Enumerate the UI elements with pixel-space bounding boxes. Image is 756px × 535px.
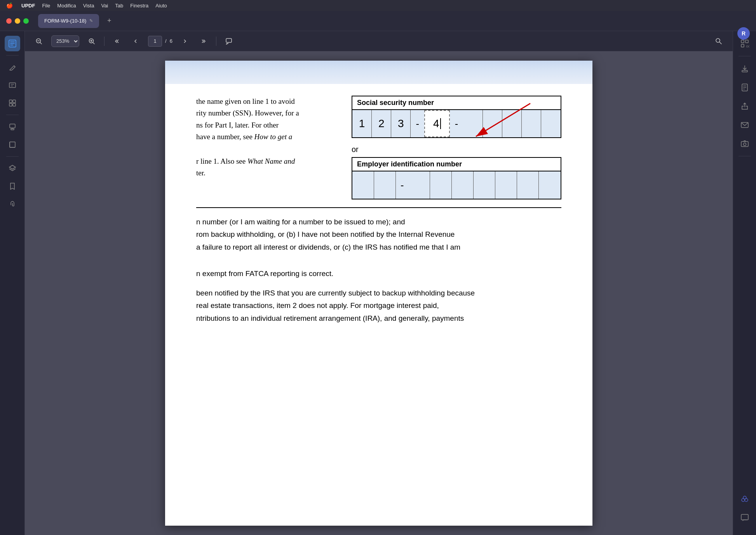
svg-rect-11 xyxy=(10,124,15,128)
tab-form-w9[interactable]: FORM-W9-(10-18) ✎ xyxy=(38,14,99,28)
search-button[interactable] xyxy=(712,35,725,47)
ssn-boxes: 1 2 3 - 4 - xyxy=(352,110,561,138)
minimize-button[interactable] xyxy=(15,18,20,24)
or-text: or xyxy=(352,142,561,157)
page-sep: / xyxy=(165,38,167,44)
body-line-1: n number (or I am waiting for a number t… xyxy=(196,216,561,228)
svg-text:OCR: OCR xyxy=(746,45,749,48)
menu-modifica[interactable]: Modifica xyxy=(57,3,76,9)
body-line-5: been notified by the IRS that you are cu… xyxy=(196,287,561,299)
ssn-d9 xyxy=(541,110,561,137)
right-camera-icon[interactable] xyxy=(737,136,753,151)
right-chat-icon[interactable] xyxy=(737,510,753,526)
sidebar-icon-layers[interactable] xyxy=(5,161,20,176)
ein-d5 xyxy=(452,171,474,199)
svg-marker-17 xyxy=(9,165,16,169)
page-prev-button[interactable] xyxy=(129,35,142,47)
sidebar-icon-annotate[interactable] xyxy=(5,59,20,75)
zoom-out-button[interactable] xyxy=(33,35,45,47)
right-export-icon[interactable] xyxy=(737,61,753,77)
comment-button[interactable] xyxy=(223,35,235,47)
svg-point-41 xyxy=(743,143,746,146)
svg-rect-30 xyxy=(741,40,744,43)
toolbar-sep-2 xyxy=(216,37,216,46)
svg-rect-1 xyxy=(10,42,15,42)
close-button[interactable] xyxy=(6,18,12,24)
page-first-button[interactable] xyxy=(111,35,123,47)
svg-rect-34 xyxy=(742,70,747,72)
menu-updf[interactable]: UPDF xyxy=(21,3,35,9)
ssn-sep2: - xyxy=(450,119,463,129)
page-number-input[interactable] xyxy=(148,36,162,47)
new-tab-button[interactable]: + xyxy=(104,16,115,26)
right-page-icon[interactable] xyxy=(737,80,753,95)
ein-d7 xyxy=(495,171,517,199)
svg-rect-12 xyxy=(11,129,14,130)
pdf-line-4b: How to get a xyxy=(254,133,293,141)
right-share-icon[interactable] xyxy=(737,98,753,114)
pdf-container[interactable]: the name given on line 1 to avoid rity n… xyxy=(25,51,733,535)
ein-d1 xyxy=(352,171,374,199)
sidebar-icon-crop[interactable] xyxy=(5,137,20,152)
menu-file[interactable]: File xyxy=(42,3,50,9)
right-clover-icon[interactable] xyxy=(737,491,753,507)
sidebar-sep-2 xyxy=(6,115,19,115)
page-next-button[interactable] xyxy=(179,35,191,47)
sidebar-icon-bookmark[interactable] xyxy=(5,178,20,194)
svg-rect-45 xyxy=(741,514,748,520)
sidebar-icon-edit[interactable] xyxy=(5,77,20,93)
body-line-3: a failure to report all interest or divi… xyxy=(196,241,561,254)
sidebar-icon-organize[interactable] xyxy=(5,95,20,111)
sidebar-icon-stamp[interactable] xyxy=(5,119,20,135)
left-col-text: the name given on line 1 to avoid rity n… xyxy=(196,96,352,199)
menu-aiuto[interactable]: Aiuto xyxy=(155,3,167,9)
traffic-lights xyxy=(6,18,29,24)
ein-boxes: - xyxy=(352,171,561,199)
sidebar-sep-3 xyxy=(6,156,19,157)
toolbar-sep-1 xyxy=(104,37,105,46)
pdf-form-section: the name given on line 1 to avoid rity n… xyxy=(165,84,592,207)
tab-title: FORM-W9-(10-18) xyxy=(44,18,86,24)
pdf-line-5: r line 1. Also see What Name and xyxy=(196,156,344,167)
page-total: 6 xyxy=(170,38,172,44)
right-panel: OCR xyxy=(733,31,756,535)
tab-edit-icon[interactable]: ✎ xyxy=(89,18,93,23)
svg-line-27 xyxy=(719,42,721,44)
pdf-line-2: rity number (SSN). However, for a xyxy=(196,107,344,119)
sidebar-icon-attach[interactable] xyxy=(5,196,20,212)
svg-rect-31 xyxy=(746,40,748,43)
ssn-d3: 3 xyxy=(391,110,411,137)
page-nav: / 6 xyxy=(148,36,172,47)
pdf-line-3: ns for Part I, later. For other xyxy=(196,119,344,131)
zoom-in-button[interactable] xyxy=(85,35,98,47)
sidebar-icon-pages[interactable] xyxy=(5,36,20,51)
content-area: 253% xyxy=(0,31,756,535)
menubar: 🍎 UPDF File Modifica Vista Vai Tab Fines… xyxy=(0,0,756,11)
menu-tab[interactable]: Tab xyxy=(115,3,123,9)
pdf-line-5a: r line 1. Also see xyxy=(196,157,247,165)
svg-rect-7 xyxy=(9,100,12,103)
ssn-d1: 1 xyxy=(352,110,372,137)
ssn-section: Social security number 1 2 3 - 4 xyxy=(352,96,561,138)
ssn-d4[interactable]: 4 xyxy=(424,110,450,137)
fullscreen-button[interactable] xyxy=(23,18,29,24)
two-col-layout: the name given on line 1 to avoid rity n… xyxy=(196,96,561,199)
ein-label: Employer identification number xyxy=(352,157,561,171)
ein-section: Employer identification number - xyxy=(352,157,561,199)
pdf-page: the name given on line 1 to avoid rity n… xyxy=(165,61,592,526)
svg-point-43 xyxy=(742,498,745,502)
ssn-d5 xyxy=(463,110,483,137)
menu-vai[interactable]: Vai xyxy=(101,3,108,9)
zoom-select[interactable]: 253% xyxy=(51,35,79,47)
page-last-button[interactable] xyxy=(197,35,210,47)
svg-rect-9 xyxy=(9,103,12,106)
apple-menu[interactable]: 🍎 xyxy=(6,2,13,9)
user-avatar[interactable]: R xyxy=(737,27,750,40)
ein-d6 xyxy=(474,171,495,199)
menu-vista[interactable]: Vista xyxy=(83,3,94,9)
svg-rect-8 xyxy=(13,100,16,103)
svg-point-44 xyxy=(745,498,748,502)
body-line-6: real estate transactions, item 2 does no… xyxy=(196,299,561,312)
right-mail-icon[interactable] xyxy=(737,117,753,133)
menu-finestra[interactable]: Finestra xyxy=(130,3,148,9)
